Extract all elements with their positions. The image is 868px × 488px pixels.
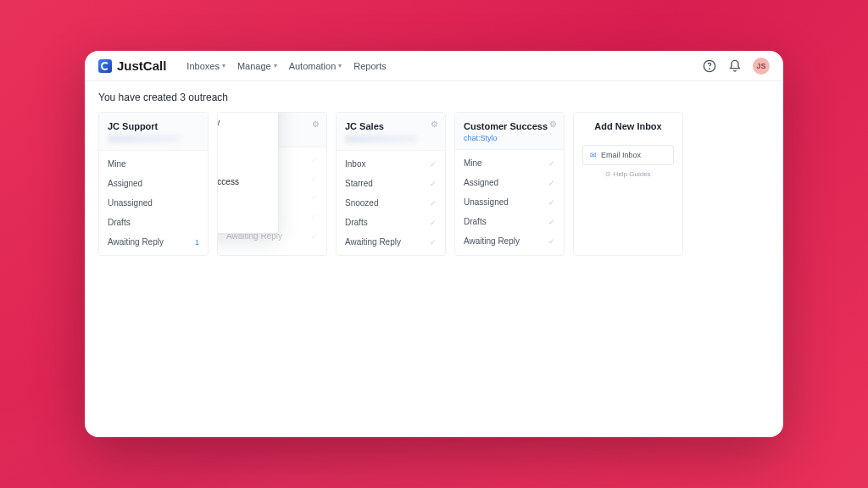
inboxes-dropdown: ✉JC Support @gmail.com ✉Product Query .i… bbox=[217, 112, 279, 234]
main-nav: Inboxes▾ Manage▾ Automation▾ Reports bbox=[186, 61, 386, 71]
row-unassigned[interactable]: Unassigned bbox=[99, 193, 208, 213]
card-subtitle-blurred bbox=[345, 135, 418, 143]
row-drafts[interactable]: Drafts✓ bbox=[337, 213, 445, 232]
svg-point-1 bbox=[709, 69, 710, 69]
chevron-down-icon: ▾ bbox=[222, 62, 225, 69]
help-guides-link[interactable]: ⊙ Help Guides bbox=[574, 170, 682, 178]
inbox-columns: JC Support Mine Assigned Unassigned Draf… bbox=[98, 112, 770, 256]
nav-reports[interactable]: Reports bbox=[353, 61, 387, 71]
row-unassigned[interactable]: Unassigned✓ bbox=[455, 192, 564, 212]
inbox-card-product-query: ⚙ ✓ ✓ ✓ Drafts✓ Awaiting Reply✓ ✉JC Supp… bbox=[217, 112, 327, 256]
app-window: JustCall Inboxes▾ Manage▾ Automation▾ Re… bbox=[85, 51, 783, 437]
row-assigned[interactable]: Assigned bbox=[99, 174, 208, 193]
chevron-down-icon: ▾ bbox=[338, 62, 342, 69]
card-subtitle[interactable]: chat:Stylo bbox=[464, 134, 555, 142]
gear-icon[interactable]: ⚙ bbox=[549, 119, 557, 129]
card-title: JC Sales bbox=[345, 121, 437, 131]
nav-inboxes[interactable]: Inboxes▾ bbox=[186, 61, 225, 71]
row-drafts[interactable]: Drafts bbox=[99, 213, 208, 232]
row-assigned[interactable]: Assigned✓ bbox=[455, 173, 564, 192]
nav-manage[interactable]: Manage▾ bbox=[237, 61, 277, 71]
help-icon[interactable] bbox=[702, 58, 717, 74]
row-mine[interactable]: Mine✓ bbox=[455, 153, 564, 173]
row-awaiting-reply[interactable]: Awaiting Reply✓ bbox=[337, 232, 445, 252]
page-heading: You have created 3 outreach bbox=[98, 92, 770, 103]
row-snoozed[interactable]: Snoozed✓ bbox=[337, 193, 445, 213]
add-new-inbox-panel: Add New Inbox ✉ Email Inbox ⊙ Help Guide… bbox=[573, 112, 683, 256]
card-title: Customer Success bbox=[464, 121, 555, 131]
inbox-card-jc-sales: ⚙ JC Sales Inbox✓ Starred✓ Snoozed✓ Draf… bbox=[336, 112, 446, 256]
brand-logo: JustCall bbox=[98, 58, 166, 73]
brand-name: JustCall bbox=[117, 58, 166, 73]
row-starred[interactable]: Starred✓ bbox=[337, 174, 445, 193]
avatar[interactable]: JS bbox=[753, 58, 770, 75]
logo-icon bbox=[98, 59, 112, 73]
row-mine[interactable]: Mine bbox=[99, 154, 208, 174]
dropdown-item-product-query[interactable]: ✉Product Query .io bbox=[217, 113, 278, 142]
email-inbox-option[interactable]: ✉ Email Inbox bbox=[582, 145, 674, 165]
dropdown-item-jc-sales[interactable]: ✉JC Sales @gmail.com bbox=[217, 142, 278, 172]
row-drafts[interactable]: Drafts✓ bbox=[455, 212, 564, 231]
chevron-down-icon: ▾ bbox=[274, 62, 277, 69]
nav-automation[interactable]: Automation▾ bbox=[289, 61, 342, 71]
gear-icon[interactable]: ⚙ bbox=[431, 119, 438, 129]
mail-icon: ✉ bbox=[590, 151, 597, 159]
bell-icon[interactable] bbox=[727, 58, 743, 74]
row-awaiting-reply[interactable]: Awaiting Reply1 bbox=[99, 232, 208, 252]
dropdown-item-customer-success[interactable]: 💬Customer Success Stylo bbox=[217, 172, 278, 202]
inbox-card-customer-success: ⚙ Customer Success chat:Stylo Mine✓ Assi… bbox=[454, 112, 565, 256]
add-panel-title: Add New Inbox bbox=[574, 113, 682, 140]
main-content: You have created 3 outreach JC Support M… bbox=[85, 81, 783, 266]
inbox-card-jc-support: JC Support Mine Assigned Unassigned Draf… bbox=[98, 112, 209, 256]
row-awaiting-reply[interactable]: Awaiting Reply✓ bbox=[455, 231, 564, 251]
card-title: JC Support bbox=[108, 121, 199, 131]
row-inbox[interactable]: Inbox✓ bbox=[337, 154, 445, 174]
gear-icon[interactable]: ⚙ bbox=[312, 119, 320, 129]
card-subtitle-blurred bbox=[108, 135, 181, 143]
topbar: JustCall Inboxes▾ Manage▾ Automation▾ Re… bbox=[85, 51, 783, 81]
